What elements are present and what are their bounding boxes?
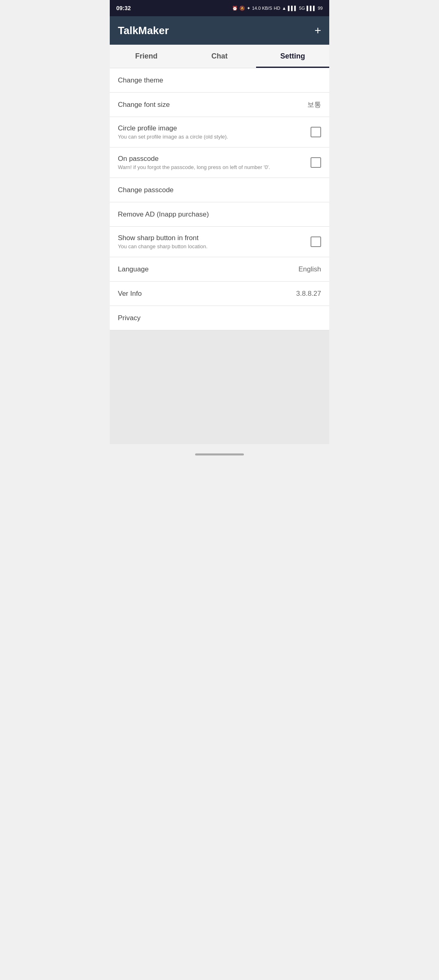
sharp-button-checkbox[interactable] bbox=[311, 236, 321, 247]
bluetooth-icon: ✦ bbox=[247, 6, 250, 11]
status-time: 09:32 bbox=[116, 5, 131, 11]
status-bar: 09:32 ⏰ 🔕 ✦ 14.0 KB/S HD ▲ ▌▌▌ 5G ▌▌▌ 99 bbox=[110, 0, 329, 16]
settings-item-show-sharp-button[interactable]: Show sharp button in front You can chang… bbox=[110, 227, 329, 257]
settings-item-circle-profile-image[interactable]: Circle profile image You can set profile… bbox=[110, 117, 329, 147]
settings-list: Change theme Change font size 보통 Circle … bbox=[110, 68, 329, 330]
battery-icon: ▌▌▌ bbox=[306, 6, 316, 11]
circle-profile-checkbox[interactable] bbox=[311, 127, 321, 137]
battery-level: 99 bbox=[318, 6, 323, 11]
tab-bar: Friend Chat Setting bbox=[110, 45, 329, 68]
bottom-gray-area bbox=[110, 330, 329, 444]
status-icons: ⏰ 🔕 ✦ 14.0 KB/S HD ▲ ▌▌▌ 5G ▌▌▌ 99 bbox=[232, 6, 323, 11]
settings-item-change-theme[interactable]: Change theme bbox=[110, 68, 329, 93]
data-speed: 14.0 KB/S bbox=[252, 6, 272, 11]
tab-friend[interactable]: Friend bbox=[110, 45, 183, 68]
app-header: TalkMaker + bbox=[110, 16, 329, 45]
home-indicator bbox=[195, 453, 244, 455]
5g-icon: 5G bbox=[299, 6, 305, 11]
mute-icon: 🔕 bbox=[239, 6, 245, 11]
settings-item-remove-ad[interactable]: Remove AD (Inapp purchase) bbox=[110, 202, 329, 227]
hd-icon: HD bbox=[274, 6, 280, 11]
passcode-checkbox[interactable] bbox=[311, 157, 321, 168]
settings-item-language[interactable]: Language English bbox=[110, 257, 329, 282]
tab-chat[interactable]: Chat bbox=[183, 45, 256, 68]
alarm-icon: ⏰ bbox=[232, 6, 238, 11]
settings-item-change-font-size[interactable]: Change font size 보통 bbox=[110, 93, 329, 117]
home-indicator-bar bbox=[110, 444, 329, 464]
settings-item-privacy[interactable]: Privacy bbox=[110, 306, 329, 330]
add-button[interactable]: + bbox=[315, 25, 321, 36]
settings-item-ver-info[interactable]: Ver Info 3.8.8.27 bbox=[110, 282, 329, 306]
tab-setting[interactable]: Setting bbox=[256, 45, 329, 68]
app-title: TalkMaker bbox=[118, 24, 169, 37]
settings-item-on-passcode[interactable]: On passcode Warn! if you forgot the pass… bbox=[110, 147, 329, 178]
wifi-icon: ▲ bbox=[282, 6, 286, 11]
signal-icon: ▌▌▌ bbox=[288, 6, 297, 11]
settings-item-change-passcode[interactable]: Change passcode bbox=[110, 178, 329, 202]
